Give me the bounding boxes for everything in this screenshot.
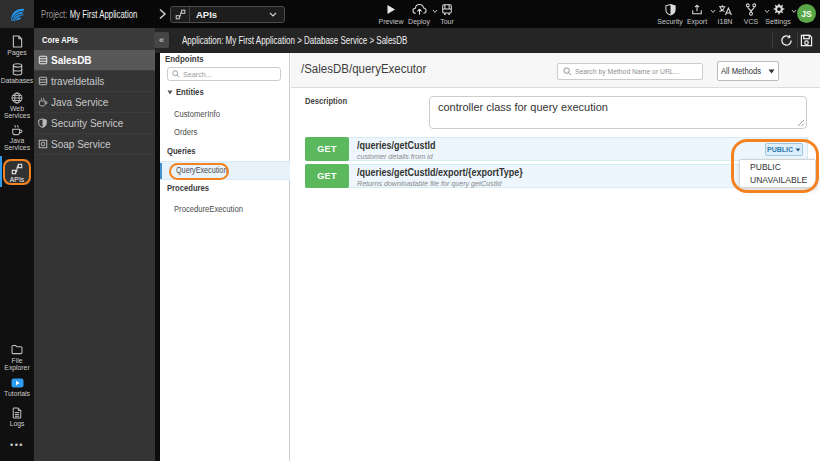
endpoints-title: Endpoints: [165, 54, 209, 64]
rail-item-pages[interactable]: Pages: [0, 35, 34, 56]
method-get-badge[interactable]: GET: [305, 164, 349, 188]
deploy-button[interactable]: Deploy: [404, 3, 434, 25]
caret-down-icon: [768, 69, 775, 74]
resize-grip-icon: [797, 119, 805, 127]
project-name: My First Application: [67, 9, 137, 20]
preview-button[interactable]: Preview: [376, 3, 406, 25]
rail-item-web-services[interactable]: Web Services: [0, 91, 34, 120]
collapse-panel-button[interactable]: «: [154, 32, 169, 48]
section-entities[interactable]: Entities: [167, 87, 207, 97]
divider: [772, 33, 773, 48]
endpoints-panel: Endpoints Search... Entities CustomerInf…: [160, 53, 290, 461]
main-content: /SalesDB/queryExecutor Search by Method …: [291, 53, 820, 461]
rail-item-java-services[interactable]: Java Services: [0, 123, 34, 152]
endpoint-summary: Returns downloadable file for query getC…: [357, 179, 541, 188]
section-queries[interactable]: Queries: [167, 146, 199, 156]
rail-label: Tutorials: [4, 390, 30, 397]
folder-icon: [11, 343, 23, 356]
coffee-icon: [37, 97, 48, 108]
export-button[interactable]: Export: [682, 3, 712, 25]
endpoint-row-text: /queries/getCustId/export/{exportType} R…: [349, 165, 541, 187]
rail-item-file-explorer[interactable]: File Explorer: [0, 343, 34, 372]
log-file-icon: [12, 406, 22, 419]
methods-filter-dropdown[interactable]: All Methods: [717, 61, 779, 81]
search-icon: [172, 70, 180, 78]
api-list-item-salesdb[interactable]: SalesDB: [34, 50, 155, 71]
api-list-item-soap-service[interactable]: Soap Service: [34, 134, 155, 155]
workspace-switcher-dropdown[interactable]: APIs: [170, 6, 285, 23]
rail-label: Pages: [7, 49, 26, 56]
method-search-placeholder: Search by Method Name or URL...: [575, 67, 698, 76]
endpoint-item-orders[interactable]: Orders: [174, 127, 200, 137]
core-apis-panel: Core APIs SalesDB traveldetails: [34, 28, 155, 461]
endpoint-row-text: /queries/getCustId customer details from…: [349, 138, 444, 160]
annotation-queryexecution-highlight: [169, 163, 229, 180]
tour-button[interactable]: Tour: [432, 3, 462, 25]
api-list-label: traveldetails: [51, 76, 104, 87]
api-nodes-icon: [171, 7, 190, 22]
section-label: Entities: [176, 87, 204, 97]
translate-icon: [718, 3, 732, 16]
logo-button[interactable]: [0, 0, 34, 28]
endpoint-item-procedureexecution[interactable]: ProcedureExecution: [174, 204, 251, 214]
endpoint-path: /queries/getCustId: [357, 141, 444, 152]
database-icon: [37, 55, 48, 66]
soap-icon: [37, 139, 48, 150]
core-apis-title: Core APIs: [34, 28, 155, 50]
user-avatar[interactable]: JS: [797, 4, 816, 23]
topbar: Project:My First Application APIs Previe…: [0, 0, 820, 28]
rail-label: Databases: [1, 77, 34, 84]
search-icon: [563, 67, 572, 76]
deploy-label: Deploy: [408, 18, 430, 25]
vcs-button[interactable]: VCS: [736, 3, 766, 25]
rail-label: Java Services: [0, 137, 34, 152]
tour-label: Tour: [440, 18, 454, 25]
database-icon: [12, 63, 23, 76]
shield-icon: [37, 118, 48, 129]
endpoint-summary: customer details from id: [357, 152, 444, 161]
breadcrumb-chevron-icon: [158, 8, 167, 20]
export-icon: [691, 3, 703, 16]
endpoints-search-placeholder: Search...: [183, 70, 215, 79]
chevron-down-icon: [269, 12, 284, 17]
selected-indicator: [160, 163, 162, 179]
api-nodes-icon: [11, 162, 23, 175]
method-search-input[interactable]: Search by Method Name or URL...: [557, 63, 703, 80]
shield-icon: [665, 3, 676, 16]
caret-down-icon: [167, 90, 173, 95]
settings-button[interactable]: Settings: [763, 3, 793, 25]
rail-label: Logs: [10, 420, 25, 427]
rail-label: APIs: [10, 176, 24, 183]
endpoint-item-customerinfo[interactable]: CustomerInfo: [174, 109, 225, 119]
refresh-button[interactable]: [776, 28, 796, 53]
globe-icon: [11, 91, 23, 104]
project-breadcrumb: Project:My First Application: [41, 0, 165, 28]
api-list-item-security-service[interactable]: Security Service: [34, 113, 155, 134]
api-list-label: Java Service: [51, 97, 108, 108]
rail-item-tutorials[interactable]: Tutorials: [0, 376, 34, 397]
annotation-access-highlight: [731, 139, 819, 193]
security-label: Security: [657, 18, 682, 25]
preview-label: Preview: [379, 18, 404, 25]
rail-overflow-button[interactable]: •••: [0, 440, 34, 450]
method-get-badge[interactable]: GET: [305, 137, 349, 161]
description-textarea[interactable]: controller class for query execution: [429, 96, 807, 129]
endpoints-search-input[interactable]: Search...: [167, 67, 281, 81]
rail-item-apis[interactable]: APIs: [0, 162, 34, 183]
controller-title: /SalesDB/queryExecutor: [301, 62, 437, 76]
main-header: /SalesDB/queryExecutor Search by Method …: [291, 53, 820, 88]
api-list-item-traveldetails[interactable]: traveldetails: [34, 71, 155, 92]
methods-filter-label: All Methods: [721, 66, 761, 76]
description-label: Description: [305, 96, 352, 106]
cloud-upload-icon: [412, 3, 427, 16]
workspace-switcher-label: APIs: [190, 9, 269, 20]
gear-icon: [772, 3, 785, 16]
api-list-label: Security Service: [51, 118, 123, 129]
section-procedures[interactable]: Procedures: [167, 183, 214, 193]
save-button[interactable]: [796, 28, 816, 53]
rail-item-databases[interactable]: Databases: [0, 63, 34, 84]
rail-item-logs[interactable]: Logs: [0, 406, 34, 427]
api-list-item-java-service[interactable]: Java Service: [34, 92, 155, 113]
coffee-icon: [11, 123, 23, 136]
branch-icon: [745, 3, 757, 16]
